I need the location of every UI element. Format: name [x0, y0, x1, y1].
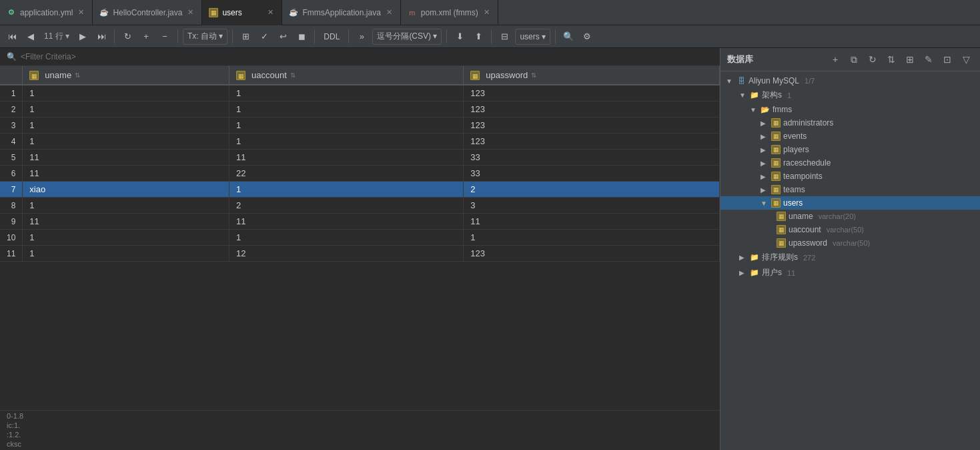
- copy-db-btn[interactable]: ⧉: [847, 52, 861, 67]
- cell-uaccount[interactable]: 2: [229, 198, 464, 214]
- close-tab-fmms-application[interactable]: ✕: [385, 7, 394, 18]
- prev-row-btn[interactable]: ◀: [23, 29, 39, 45]
- cell-uname[interactable]: 11: [23, 150, 229, 166]
- cell-uname[interactable]: 1: [23, 85, 229, 101]
- cell-uname[interactable]: 11: [23, 214, 229, 230]
- cell-uname[interactable]: xiao: [23, 182, 229, 198]
- cell-uaccount[interactable]: 1: [229, 85, 464, 101]
- cell-uname[interactable]: 1: [23, 230, 229, 246]
- tree-root-aliyun[interactable]: ▼ 🗄 Aliyun MySQL 1/7: [720, 74, 980, 87]
- table-row[interactable]: 8123: [0, 198, 720, 214]
- tx-dropdown[interactable]: Tx: 自动 ▾: [183, 29, 227, 45]
- settings-btn[interactable]: ⚙: [579, 29, 595, 45]
- table-row[interactable]: 6112233: [0, 166, 720, 182]
- stop-btn[interactable]: ◼: [294, 29, 310, 45]
- first-row-btn[interactable]: ⏮: [4, 29, 20, 45]
- filter-db-btn[interactable]: ▽: [959, 52, 973, 67]
- col-header-uaccount[interactable]: ▦ uaccount ⇅: [229, 66, 464, 85]
- last-row-btn[interactable]: ⏭: [93, 29, 109, 45]
- more-btn[interactable]: »: [354, 29, 370, 45]
- cell-uname[interactable]: 1: [23, 101, 229, 118]
- table-dropdown[interactable]: users ▾: [515, 29, 550, 45]
- check-btn[interactable]: ✓: [256, 29, 272, 45]
- sort-icon-uname[interactable]: ⇅: [75, 71, 80, 79]
- cell-uaccount[interactable]: 1: [229, 134, 464, 150]
- tab-hello-controller[interactable]: ☕ HelloController.java ✕: [93, 0, 202, 25]
- cell-upassword[interactable]: 33: [464, 166, 720, 182]
- table-row[interactable]: 7xiao12: [0, 182, 720, 198]
- copy-table-btn[interactable]: ⊟: [496, 29, 512, 45]
- cell-uname[interactable]: 1: [23, 198, 229, 214]
- sort-db-btn[interactable]: ⇅: [884, 52, 899, 67]
- cell-uaccount[interactable]: 1: [229, 101, 464, 118]
- cell-upassword[interactable]: 123: [464, 246, 720, 262]
- filter-input[interactable]: [21, 52, 713, 61]
- tree-jiagou[interactable]: ▼ 📁 架构s 1: [720, 87, 980, 103]
- tree-teampoints[interactable]: ▶ ▦ teampoints: [720, 170, 980, 183]
- close-tab-pom-xml[interactable]: ✕: [482, 7, 491, 18]
- tree-field-upassword[interactable]: ▦ upassword varchar(50): [720, 236, 980, 250]
- add-row-btn[interactable]: +: [138, 29, 154, 45]
- add-db-btn[interactable]: +: [828, 52, 843, 67]
- cell-upassword[interactable]: 123: [464, 118, 720, 134]
- expand-db-btn[interactable]: ⊡: [940, 52, 955, 67]
- col-header-upassword[interactable]: ▦ upassword ⇅: [464, 66, 720, 85]
- cell-uname[interactable]: 1: [23, 246, 229, 262]
- ddl-btn[interactable]: DDL: [320, 29, 344, 45]
- tree-fmms[interactable]: ▼ 📂 fmms: [720, 103, 980, 116]
- grid-db-btn[interactable]: ⊞: [903, 52, 917, 67]
- search-btn[interactable]: 🔍: [560, 29, 576, 45]
- tree-users[interactable]: ▼ ▦ users: [720, 196, 980, 210]
- close-tab-users[interactable]: ✕: [266, 7, 275, 18]
- cell-uname[interactable]: 1: [23, 134, 229, 150]
- tree-players[interactable]: ▶ ▦ players: [720, 143, 980, 156]
- tree-events[interactable]: ▶ ▦ events: [720, 130, 980, 143]
- tab-application-yml[interactable]: ⚙ application.yml ✕: [0, 0, 93, 25]
- col-header-uname[interactable]: ▦ uname ⇅: [23, 66, 229, 85]
- cell-upassword[interactable]: 123: [464, 101, 720, 118]
- cell-upassword[interactable]: 123: [464, 134, 720, 150]
- tree-paixu[interactable]: ▶ 📁 排序规则s 272: [720, 250, 980, 265]
- refresh-btn[interactable]: ↻: [119, 29, 135, 45]
- export-btn[interactable]: ⬆: [470, 29, 486, 45]
- cell-uname[interactable]: 1: [23, 118, 229, 134]
- tree-field-uaccount[interactable]: ▦ uaccount varchar(50): [720, 223, 980, 236]
- table-row[interactable]: 10111: [0, 230, 720, 246]
- cell-upassword[interactable]: 11: [464, 214, 720, 230]
- cell-uaccount[interactable]: 11: [229, 214, 464, 230]
- tree-field-uname[interactable]: ▦ uname varchar(20): [720, 210, 980, 223]
- close-tab-hello-controller[interactable]: ✕: [186, 7, 195, 18]
- tab-pom-xml[interactable]: m pom.xml (fmms) ✕: [401, 0, 498, 25]
- table-row[interactable]: 9111111: [0, 214, 720, 230]
- cell-uaccount[interactable]: 22: [229, 166, 464, 182]
- table-row[interactable]: 111123: [0, 85, 720, 101]
- sort-icon-upassword[interactable]: ⇅: [531, 71, 536, 79]
- table-row[interactable]: 411123: [0, 134, 720, 150]
- cell-uaccount[interactable]: 1: [229, 182, 464, 198]
- tree-raceschedule[interactable]: ▶ ▦ raceschedule: [720, 156, 980, 170]
- table-row[interactable]: 311123: [0, 118, 720, 134]
- tree-teams[interactable]: ▶ ▦ teams: [720, 183, 980, 196]
- tree-administrators[interactable]: ▶ ▦ administrators: [720, 116, 980, 130]
- cell-uaccount[interactable]: 1: [229, 118, 464, 134]
- tab-users[interactable]: ▦ users ✕: [202, 0, 282, 25]
- cell-upassword[interactable]: 123: [464, 85, 720, 101]
- import-btn[interactable]: ⬇: [452, 29, 468, 45]
- table-row[interactable]: 211123: [0, 101, 720, 118]
- table-row[interactable]: 11112123: [0, 246, 720, 262]
- cell-uname[interactable]: 11: [23, 166, 229, 182]
- tree-yonghu[interactable]: ▶ 📁 用户s 11: [720, 265, 980, 280]
- cell-uaccount[interactable]: 11: [229, 150, 464, 166]
- cell-upassword[interactable]: 2: [464, 182, 720, 198]
- refresh-db-btn[interactable]: ↻: [865, 52, 880, 67]
- cell-upassword[interactable]: 3: [464, 198, 720, 214]
- tab-fmms-application[interactable]: ☕ FmmsApplication.java ✕: [282, 0, 400, 25]
- cell-uaccount[interactable]: 1: [229, 230, 464, 246]
- delete-row-btn[interactable]: −: [157, 29, 173, 45]
- csv-dropdown[interactable]: 逗号分隔(CSV) ▾: [372, 29, 442, 45]
- close-tab-application-yml[interactable]: ✕: [77, 7, 85, 18]
- table-row[interactable]: 5111133: [0, 150, 720, 166]
- cell-uaccount[interactable]: 12: [229, 246, 464, 262]
- cell-upassword[interactable]: 33: [464, 150, 720, 166]
- sort-icon-uaccount[interactable]: ⇅: [290, 71, 296, 79]
